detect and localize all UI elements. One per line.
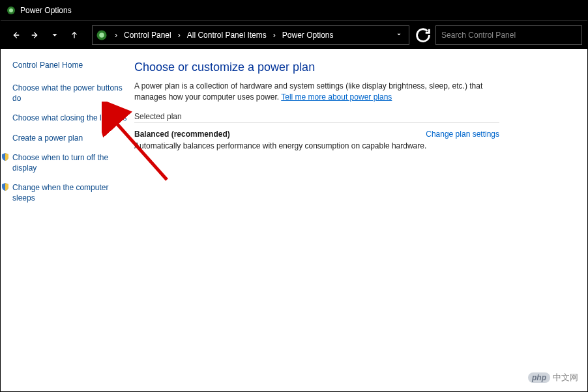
address-dropdown-button[interactable]: [392, 31, 406, 40]
plan-row: Balanced (recommended) Change plan setti…: [134, 130, 499, 139]
up-button[interactable]: [65, 25, 84, 45]
sidebar-item-label: Choose what closing the lid does: [12, 113, 126, 123]
sidebar-item-label: Choose when to turn off the display: [12, 152, 128, 173]
watermark-brand: php: [528, 372, 550, 383]
search-input[interactable]: Search Control Panel: [435, 25, 582, 45]
watermark-text: 中文网: [553, 372, 578, 384]
shield-icon: [1, 152, 10, 173]
sidebar-item-label: Create a power plan: [12, 133, 83, 143]
svg-point-3: [99, 33, 104, 38]
breadcrumb-item[interactable]: All Control Panel Items: [186, 31, 268, 40]
power-options-icon: [6, 5, 16, 16]
recent-locations-button[interactable]: [45, 25, 65, 45]
chevron-right-icon[interactable]: ›: [111, 31, 121, 40]
sidebar-item-closing-lid[interactable]: Choose what closing the lid does: [12, 113, 128, 123]
titlebar: Power Options: [1, 1, 587, 20]
sidebar-item-power-buttons[interactable]: Choose what the power buttons do: [12, 83, 128, 104]
change-plan-settings-link[interactable]: Change plan settings: [426, 130, 499, 139]
plan-description: Automatically balances performance with …: [134, 141, 499, 150]
sidebar-item-computer-sleeps[interactable]: Change when the computer sleeps: [12, 182, 128, 203]
main-panel: Choose or customize a power plan A power…: [134, 49, 587, 391]
sidebar-item-label: Choose what the power buttons do: [12, 83, 128, 104]
address-bar[interactable]: › Control Panel › All Control Panel Item…: [92, 25, 409, 45]
page-description: A power plan is a collection of hardware…: [134, 81, 512, 103]
svg-point-1: [9, 8, 13, 12]
refresh-button[interactable]: [413, 25, 433, 45]
sidebar-item-label: Change when the computer sleeps: [12, 182, 128, 203]
chevron-right-icon[interactable]: ›: [269, 31, 280, 40]
power-options-icon: [95, 29, 108, 42]
back-button[interactable]: [6, 25, 25, 45]
sidebar-item-display-off[interactable]: Choose when to turn off the display: [12, 152, 128, 173]
search-placeholder: Search Control Panel: [441, 31, 516, 40]
forward-button[interactable]: [25, 25, 45, 45]
learn-more-link[interactable]: Tell me more about power plans: [281, 92, 392, 102]
watermark: php 中文网: [528, 372, 578, 384]
titlebar-title: Power Options: [20, 6, 72, 15]
sidebar-item-create-plan[interactable]: Create a power plan: [12, 133, 128, 143]
breadcrumb-item[interactable]: Control Panel: [123, 31, 173, 40]
navbar: › Control Panel › All Control Panel Item…: [1, 20, 587, 49]
sidebar: Control Panel Home Choose what the power…: [1, 49, 134, 391]
breadcrumb-item[interactable]: Power Options: [281, 31, 335, 40]
shield-icon: [1, 182, 10, 203]
section-label: Selected plan: [134, 112, 499, 123]
chevron-right-icon[interactable]: ›: [174, 31, 184, 40]
plan-name: Balanced (recommended): [134, 130, 230, 139]
page-heading: Choose or customize a power plan: [134, 61, 572, 74]
content-area: Control Panel Home Choose what the power…: [1, 49, 587, 391]
sidebar-home-link[interactable]: Control Panel Home: [12, 61, 128, 70]
